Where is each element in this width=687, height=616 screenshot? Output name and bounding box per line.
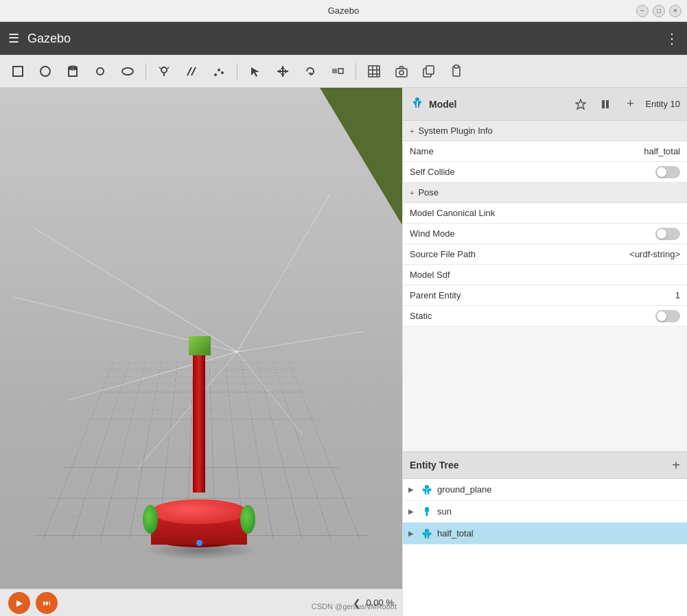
main-content: ▶ ⏭ ❮ 0.00 % CSDN @geniusNMRobot — [0, 88, 687, 616]
tree-panel: ▶ ground_plane — [403, 479, 687, 616]
svg-line-8 — [159, 67, 161, 69]
svg-line-11 — [191, 67, 196, 75]
camera-tool-button[interactable] — [389, 59, 414, 84]
model-icon — [410, 95, 425, 113]
right-panel: Model + Entity 10 + System Plug — [402, 88, 687, 616]
step-icon: ⏭ — [43, 598, 51, 608]
svg-rect-34 — [454, 65, 458, 68]
toggle-wind-mode[interactable] — [655, 228, 680, 240]
maximize-button[interactable]: □ — [653, 5, 665, 17]
prop-value-name: half_total — [644, 146, 680, 156]
toggle-self-collide[interactable] — [655, 166, 680, 178]
menu-icon[interactable]: ☰ — [8, 31, 19, 46]
background-wedge — [265, 88, 402, 225]
svg-point-42 — [415, 97, 419, 102]
prop-value-parent-entity: 1 — [675, 290, 680, 300]
tree-item-ground-plane[interactable]: ▶ ground_plane — [403, 479, 687, 501]
svg-marker-20 — [285, 69, 288, 73]
more-options-icon[interactable]: ⋮ — [665, 30, 679, 47]
select-tool-button[interactable] — [243, 59, 268, 84]
toggle-static[interactable] — [655, 310, 680, 322]
svg-point-14 — [221, 71, 224, 74]
tree-label-ground-plane: ground_plane — [437, 484, 492, 495]
prop-label-wind-mode: Wind Mode — [410, 228, 655, 239]
svg-marker-18 — [281, 73, 285, 77]
toolbar-separator-3 — [356, 63, 356, 80]
step-button[interactable]: ⏭ — [36, 592, 58, 614]
svg-point-48 — [419, 101, 421, 104]
prop-row-wind-mode: Wind Mode — [403, 224, 687, 244]
cylinder-tool-button[interactable] — [60, 59, 85, 84]
prop-row-static: Static — [403, 306, 687, 327]
capsule-tool-button[interactable] — [88, 59, 113, 84]
wheel-right — [240, 505, 255, 534]
model-header-controls: + Entity 10 — [571, 95, 680, 114]
robot-top-box — [189, 336, 211, 355]
prop-value-source-file: <urdf-string> — [629, 249, 680, 259]
close-button[interactable]: × — [669, 5, 682, 17]
svg-point-12 — [214, 73, 217, 76]
pause-button[interactable] — [596, 95, 615, 114]
play-button[interactable]: ▶ — [8, 592, 30, 614]
prop-label-self-collide: Self Collide — [410, 167, 655, 177]
light-icon-sun — [421, 506, 433, 518]
light-tool-button[interactable] — [152, 59, 176, 84]
bottom-bar-left: ▶ ⏭ — [8, 592, 58, 614]
paste-tool-button[interactable] — [444, 59, 469, 84]
prop-row-canonical-link: Model Canonical Link — [403, 203, 687, 224]
toolbar-separator-1 — [145, 63, 146, 80]
system-plugin-header[interactable]: + System Plugin Info — [403, 121, 687, 141]
prop-label-parent-entity: Parent Entity — [410, 290, 675, 300]
bottom-bar: ▶ ⏭ ❮ 0.00 % CSDN @geniusNMRobot — [0, 589, 402, 616]
expand-icon: + — [410, 127, 414, 135]
viewport[interactable]: ▶ ⏭ ❮ 0.00 % CSDN @geniusNMRobot — [0, 88, 402, 616]
app-header-left: ☰ Gazebo — [8, 31, 71, 46]
pin-button[interactable] — [571, 95, 590, 114]
entity-tree-header: Entity Tree + — [403, 451, 687, 479]
tree-item-half-total[interactable]: ▶ half_total — [403, 523, 687, 545]
grid-tool-button[interactable] — [362, 59, 386, 84]
entity-id: Entity 10 — [645, 99, 680, 109]
rotate-tool-button[interactable] — [298, 59, 323, 84]
svg-point-30 — [399, 71, 404, 75]
properties-panel: + System Plugin Info Name half_total Sel… — [403, 121, 687, 451]
minimize-button[interactable]: − — [636, 5, 649, 17]
svg-rect-24 — [369, 66, 380, 77]
cube-tool-button[interactable] — [5, 59, 30, 84]
window-title: Gazebo — [328, 5, 360, 16]
chevron-sun: ▶ — [408, 508, 417, 515]
pose-label: Pose — [418, 187, 439, 198]
chevron-half-total: ▶ — [408, 530, 417, 537]
model-icon-half-total — [421, 528, 433, 540]
ellipse-tool-button[interactable] — [115, 59, 140, 84]
tree-item-sun[interactable]: ▶ sun — [403, 501, 687, 523]
sphere-tool-button[interactable] — [33, 59, 58, 84]
prop-label-source-file: Source File Path — [410, 249, 629, 259]
svg-marker-19 — [277, 69, 281, 73]
svg-rect-54 — [425, 493, 426, 495]
svg-point-57 — [429, 488, 432, 491]
translate-tool-button[interactable] — [270, 59, 295, 84]
svg-point-56 — [423, 488, 426, 491]
prop-row-model-sdf: Model Sdf — [403, 265, 687, 285]
add-component-button[interactable]: + — [620, 95, 640, 114]
svg-point-61 — [425, 529, 429, 533]
robot-pole — [193, 355, 205, 493]
svg-rect-29 — [396, 69, 407, 77]
robot-container — [151, 499, 247, 547]
points-tool-button[interactable] — [207, 59, 231, 84]
toolbar — [0, 55, 687, 88]
pose-header[interactable]: + Pose — [403, 182, 687, 203]
add-entity-button[interactable]: + — [672, 458, 680, 472]
prop-label-name: Name — [410, 146, 644, 156]
watermark: CSDN @geniusNMRobot — [312, 602, 397, 611]
system-plugin-label: System Plugin Info — [418, 126, 492, 136]
chevron-ground-plane: ▶ — [408, 486, 417, 493]
copy-tool-button[interactable] — [417, 59, 441, 84]
app-header: ☰ Gazebo ⋮ — [0, 22, 687, 55]
line-tool-button[interactable] — [179, 59, 204, 84]
app-window: ☰ Gazebo ⋮ — [0, 22, 687, 616]
svg-point-59 — [426, 507, 429, 510]
view-tool-button[interactable] — [325, 59, 350, 84]
model-icon-ground-plane — [421, 484, 433, 496]
